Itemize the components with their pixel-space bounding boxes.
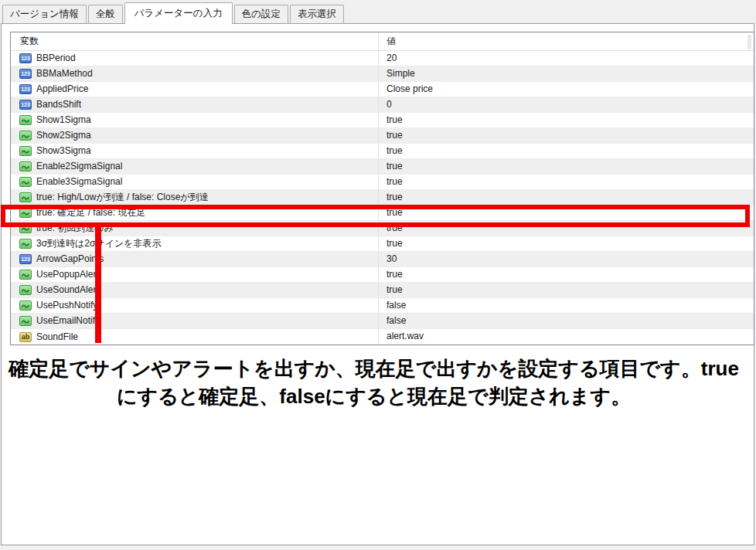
param-value[interactable]: Close price (379, 82, 754, 97)
param-value[interactable]: 30 (379, 252, 754, 267)
param-name: UsePopupAlert (36, 267, 99, 282)
param-value[interactable]: true (379, 267, 754, 282)
table-row[interactable]: Show1Sigma true (11, 113, 754, 128)
param-value[interactable]: alert.wav (379, 329, 754, 345)
param-value[interactable]: true (379, 175, 754, 189)
table-row[interactable]: abSoundFile alert.wav (11, 329, 754, 345)
parameter-dialog: { "tabs": [ { "label": "バージョン情報", "activ… (0, 0, 756, 550)
tab-general[interactable]: 全般 (88, 5, 123, 23)
caption-line-1: 確定足でサインやアラートを出すか、現在足で出すかを設定する項目です。true (5, 355, 743, 382)
table-row-highlighted[interactable]: true: 確定足 / false: 現在足 true (11, 205, 754, 221)
param-name: Enable2SigmaSignal (36, 159, 122, 174)
table-row[interactable]: 123BBMaMethod Simple (11, 66, 754, 82)
param-value[interactable]: true (379, 283, 754, 297)
param-name: 3σ到達時は2σサインを非表示 (36, 236, 162, 251)
boolean-icon (19, 192, 32, 202)
content-panel: 変数 値 123BBPeriod 20 123BBMaMethod Simple… (1, 23, 754, 545)
tab-display-selection[interactable]: 表示選択 (290, 5, 344, 23)
boolean-icon (19, 208, 32, 218)
table-row[interactable]: UseSoundAlert true (11, 283, 754, 298)
table-header-row: 変数 値 (11, 32, 754, 51)
param-name: true: 確定足 / false: 現在足 (36, 205, 145, 220)
numeric-icon: 123 (19, 53, 32, 63)
numeric-icon: 123 (19, 84, 32, 94)
param-name: true: High/Lowが到達 / false: Closeが到達 (36, 190, 209, 205)
param-value[interactable]: true (379, 144, 754, 158)
param-name: Show3Sigma (36, 144, 91, 158)
boolean-icon (19, 146, 32, 156)
param-name: ArrowGapPoints (36, 252, 104, 267)
table-row[interactable]: 3σ到達時は2σサインを非表示 true (11, 236, 754, 252)
param-value[interactable]: true (379, 159, 754, 174)
param-name: Show2Sigma (36, 128, 91, 143)
param-name: BBPeriod (36, 51, 76, 66)
table-row[interactable]: 123AppliedPrice Close price (11, 82, 754, 97)
boolean-icon (19, 161, 32, 171)
table-row[interactable]: true: High/Lowが到達 / false: Closeが到達 true (11, 190, 754, 205)
table-row[interactable]: 123ArrowGapPoints 30 (11, 252, 754, 267)
param-value[interactable]: 0 (379, 97, 754, 112)
caption-line-2: にすると確定足、falseにすると現在足で判定されます。 (5, 382, 743, 410)
param-value[interactable]: true (379, 205, 754, 220)
param-value[interactable]: true (379, 236, 754, 251)
boolean-icon (19, 300, 32, 311)
boolean-icon (19, 223, 32, 233)
param-value[interactable]: true (379, 221, 754, 236)
column-header-variable[interactable]: 変数 (11, 32, 379, 50)
tab-color-settings[interactable]: 色の設定 (234, 5, 288, 23)
table-row[interactable]: UsePushNotify false (11, 298, 754, 314)
table-row[interactable]: UsePopupAlert true (11, 267, 754, 283)
table-row[interactable]: Show3Sigma true (11, 144, 754, 159)
param-value[interactable]: true (379, 113, 754, 127)
param-name: AppliedPrice (36, 82, 88, 97)
numeric-icon: 123 (19, 69, 32, 79)
numeric-icon: 123 (19, 254, 32, 264)
param-value[interactable]: true (379, 128, 754, 143)
column-header-value[interactable]: 値 (379, 32, 754, 50)
table-row[interactable]: Enable3SigmaSignal true (11, 175, 754, 190)
param-value[interactable]: 20 (379, 51, 754, 66)
table-row[interactable]: 123BBPeriod 20 (11, 51, 754, 66)
boolean-icon (19, 285, 32, 295)
numeric-icon: 123 (19, 100, 32, 110)
boolean-icon (19, 177, 32, 187)
annotation-caption: 確定足でサインやアラートを出すか、現在足で出すかを設定する項目です。true に… (5, 355, 743, 410)
param-value[interactable]: false (379, 298, 754, 313)
param-name: true: 初回到達のみ (36, 221, 114, 236)
param-value[interactable]: true (379, 190, 754, 205)
param-value[interactable]: Simple (379, 66, 754, 81)
param-name: SoundFile (36, 330, 78, 345)
table-row[interactable]: UseEmailNotify false (11, 314, 754, 329)
param-name: UseSoundAlert (36, 283, 99, 297)
param-name: BandsShift (36, 97, 81, 112)
param-name: UsePushNotify (36, 298, 97, 313)
boolean-icon (19, 115, 32, 125)
param-name: BBMaMethod (36, 66, 93, 81)
tab-parameter-input[interactable]: パラメーターの入力 (124, 2, 233, 24)
param-name: UseEmailNotify (36, 314, 100, 328)
table-row[interactable]: Show2Sigma true (11, 128, 754, 144)
param-name: Enable3SigmaSignal (36, 175, 122, 189)
string-icon: ab (19, 332, 32, 342)
boolean-icon (19, 131, 32, 141)
table-row[interactable]: Enable2SigmaSignal true (11, 159, 754, 175)
param-value[interactable]: false (379, 314, 754, 328)
scrollbar[interactable] (747, 35, 751, 49)
table-row[interactable]: true: 初回到達のみ true (11, 221, 754, 236)
table-row[interactable]: 123BandsShift 0 (11, 97, 754, 113)
parameters-table: 変数 値 123BBPeriod 20 123BBMaMethod Simple… (10, 32, 754, 345)
boolean-icon (19, 316, 32, 326)
tab-version-info[interactable]: バージョン情報 (2, 5, 87, 23)
boolean-icon (19, 239, 32, 249)
param-name: Show1Sigma (36, 113, 91, 127)
tab-bar: バージョン情報 全般 パラメーターの入力 色の設定 表示選択 (0, 0, 756, 23)
boolean-icon (19, 270, 32, 280)
